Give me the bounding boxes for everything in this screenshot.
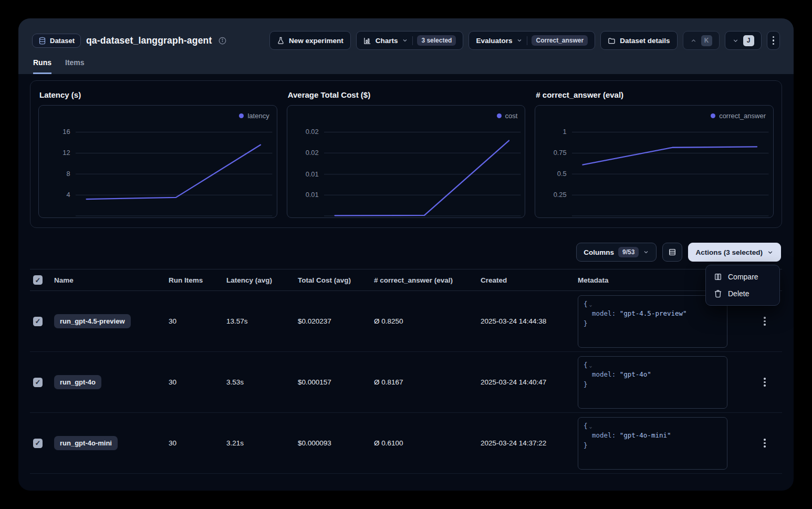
column-header-total-cost[interactable]: Total Cost (avg) (298, 276, 374, 284)
keyboard-shortcut-k: K (701, 35, 712, 46)
actions-dropdown-menu: Compare Delete (705, 265, 780, 306)
chart-legend: correct_answer (711, 112, 766, 120)
score-value: Ø 0.8250 (374, 317, 481, 325)
actions-button[interactable]: Actions (3 selected) (688, 243, 781, 262)
menu-item-label: Delete (728, 289, 749, 298)
columns-icon (714, 273, 722, 281)
trash-icon (714, 289, 722, 298)
charts-label: Charts (376, 37, 398, 45)
svg-text:16: 16 (63, 129, 70, 136)
table-row: ✓ run_gpt-4o 30 3.53s $0.000157 Ø 0.8167… (30, 352, 782, 413)
chevron-down-icon: ⌄ (589, 423, 592, 429)
svg-text:4: 4 (67, 191, 70, 199)
legend-label: cost (505, 112, 518, 120)
chart-legend: latency (239, 112, 269, 120)
run-items-value: 30 (169, 439, 226, 447)
row-actions-kebab[interactable] (753, 378, 777, 387)
next-item-button[interactable]: J (725, 31, 762, 50)
chart-title: # correct_answer (eval) (536, 90, 774, 99)
run-items-value: 30 (169, 378, 226, 386)
metadata-json-box[interactable]: {⌄ model: "gpt-4o-mini" } (578, 417, 727, 470)
charts-panel: Latency (s) 161284 latency Average Total… (30, 80, 782, 228)
app-window: Dataset qa-dataset_langgraph-agent New e… (18, 18, 794, 491)
svg-text:0.75: 0.75 (554, 150, 567, 157)
svg-text:0.02: 0.02 (305, 129, 318, 136)
chevron-down-icon: ⌄ (589, 362, 592, 368)
column-header-score[interactable]: # correct_answer (eval) (374, 276, 481, 284)
kebab-icon (773, 36, 775, 45)
row-actions-kebab[interactable] (753, 317, 777, 326)
menu-item-delete[interactable]: Delete (709, 285, 776, 302)
chevron-up-icon (690, 37, 697, 44)
chart-correct-answer: # correct_answer (eval) 10.750.50.25 cor… (535, 87, 774, 218)
prev-item-button[interactable]: K (683, 31, 720, 50)
column-header-created[interactable]: Created (481, 276, 578, 284)
row-checkbox[interactable]: ✓ (33, 378, 43, 387)
row-actions-kebab[interactable] (753, 439, 777, 448)
dataset-details-label: Dataset details (620, 37, 670, 45)
info-icon[interactable] (218, 37, 226, 45)
columns-label: Columns (584, 248, 614, 256)
row-height-button[interactable] (662, 243, 682, 262)
dataset-badge: Dataset (32, 34, 81, 48)
svg-text:0.01: 0.01 (305, 192, 318, 199)
metadata-json-box[interactable]: {⌄ model: "gpt-4.5-preview" } (578, 295, 727, 348)
chart-legend: cost (497, 112, 518, 120)
total-cost-value: $0.000093 (298, 439, 374, 447)
svg-text:0.01: 0.01 (305, 171, 318, 178)
chevron-down-icon (767, 249, 774, 256)
run-name-pill[interactable]: run_gpt-4.5-preview (54, 314, 131, 328)
evaluators-selected-badge: Correct_answer (532, 35, 588, 46)
total-cost-value: $0.000157 (298, 378, 374, 386)
keyboard-shortcut-j: J (743, 35, 754, 46)
chart-cost: Average Total Cost ($) 0.020.020.010.01 … (287, 87, 526, 218)
tab-runs[interactable]: Runs (33, 58, 51, 74)
created-value: 2025-03-24 14:37:22 (481, 439, 578, 447)
chevron-down-icon (643, 249, 649, 255)
chart-card: 10.750.50.25 correct_answer (535, 105, 774, 218)
charts-button[interactable]: Charts 3 selected (356, 31, 464, 50)
menu-item-compare[interactable]: Compare (709, 268, 776, 285)
row-checkbox[interactable]: ✓ (33, 317, 43, 326)
select-all-checkbox[interactable]: ✓ (33, 275, 43, 285)
run-items-value: 30 (169, 317, 226, 325)
run-name-pill[interactable]: run_gpt-4o (54, 375, 101, 389)
table-header-row: ✓ Name Run Items Latency (avg) Total Cos… (30, 269, 782, 291)
column-header-name[interactable]: Name (54, 276, 169, 284)
folder-icon (608, 37, 616, 45)
columns-button[interactable]: Columns 9/53 (576, 243, 657, 262)
menu-item-label: Compare (728, 273, 758, 281)
column-header-run-items[interactable]: Run Items (169, 276, 226, 284)
more-options-button[interactable] (767, 31, 780, 50)
latency-value: 3.53s (226, 378, 298, 386)
legend-dot-icon (239, 113, 244, 118)
metadata-json-box[interactable]: {⌄ model: "gpt-4o" } (578, 356, 727, 409)
row-checkbox[interactable]: ✓ (33, 439, 43, 448)
chevron-down-icon (402, 37, 408, 44)
table-row: ✓ run_gpt-4.5-preview 30 13.57s $0.02023… (30, 291, 782, 352)
legend-label: latency (247, 112, 269, 120)
legend-dot-icon (711, 113, 715, 118)
evaluators-button[interactable]: Evaluators Correct_answer (469, 31, 595, 50)
svg-text:0.25: 0.25 (554, 191, 567, 199)
legend-label: correct_answer (719, 112, 766, 120)
charts-selected-badge: 3 selected (417, 35, 456, 46)
chart-card: 161284 latency (38, 105, 277, 218)
created-value: 2025-03-24 14:40:47 (481, 378, 578, 386)
rows-icon (668, 248, 676, 256)
chart-title: Average Total Cost ($) (288, 90, 526, 99)
run-name-pill[interactable]: run_gpt-4o-mini (54, 436, 118, 450)
column-header-latency[interactable]: Latency (avg) (226, 276, 298, 284)
table-toolbar: Columns 9/53 Actions (3 selected) Compar… (31, 243, 781, 262)
table-row: ✓ run_gpt-4o-mini 30 3.21s $0.000093 Ø 0… (30, 413, 782, 474)
dataset-details-button[interactable]: Dataset details (600, 31, 677, 50)
flask-icon (277, 37, 285, 45)
bar-chart-icon (363, 37, 371, 45)
svg-text:1: 1 (563, 129, 567, 136)
tab-items[interactable]: Items (65, 58, 85, 74)
created-value: 2025-03-24 14:44:38 (481, 317, 578, 325)
new-experiment-button[interactable]: New experiment (269, 31, 351, 50)
svg-text:0.5: 0.5 (557, 170, 567, 178)
database-icon (38, 37, 46, 45)
chart-card: 0.020.020.010.01 cost (287, 105, 526, 218)
